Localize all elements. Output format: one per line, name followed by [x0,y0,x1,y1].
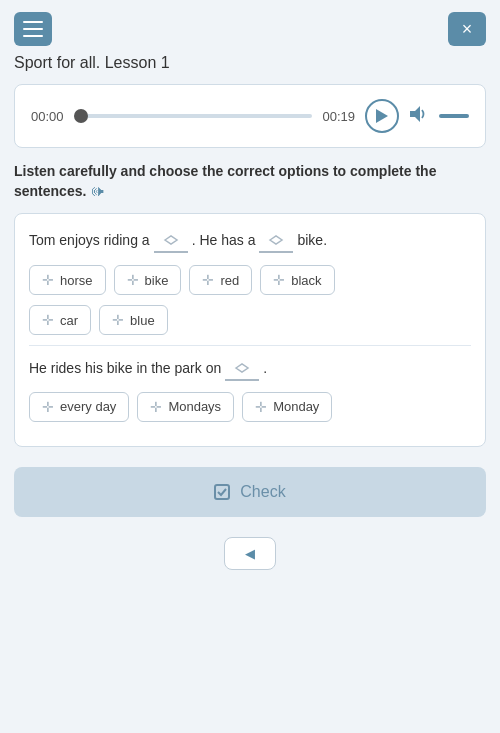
options-row2: ✛ every day ✛ Mondays ✛ Monday [29,392,471,422]
sentence1-part2: . He has a [192,228,256,253]
check-button-label: Check [240,483,285,501]
lesson-title: Sport for all. Lesson 1 [0,54,500,84]
drag-icon-red: ✛ [202,272,214,288]
bottom-nav-label: ◀ [245,546,255,561]
sentence1-row: Tom enjoys riding a . He has a bike. [29,228,471,253]
drag-icon-car: ✛ [42,312,54,328]
option-every-day-label: every day [60,399,116,414]
option-blue[interactable]: ✛ blue [99,305,168,335]
option-horse[interactable]: ✛ horse [29,265,106,295]
close-button[interactable]: × [448,12,486,46]
audio-player: 00:00 00:19 [14,84,486,148]
drag-icon-every-day: ✛ [42,399,54,415]
volume-track[interactable] [439,114,469,118]
option-bike[interactable]: ✛ bike [114,265,182,295]
instruction-speaker-icon[interactable]: 🕪 [90,183,104,199]
drag-icon-horse: ✛ [42,272,54,288]
menu-button[interactable] [14,12,52,46]
option-mondays-label: Mondays [168,399,221,414]
drag-icon-bike: ✛ [127,272,139,288]
option-blue-label: blue [130,313,155,328]
blank2[interactable] [259,229,293,253]
option-every-day[interactable]: ✛ every day [29,392,129,422]
bottom-nav-button[interactable]: ◀ [224,537,276,570]
audio-time-start: 00:00 [31,109,64,124]
menu-line2 [23,28,43,30]
drag-icon-monday: ✛ [255,399,267,415]
option-red-label: red [220,273,239,288]
option-car-label: car [60,313,78,328]
bottom-bar: ◀ [0,537,500,580]
section-divider [29,345,471,346]
menu-line3 [23,35,43,37]
drag-icon-black: ✛ [273,272,285,288]
instruction-text: Listen carefully and choose the correct … [0,162,500,213]
sentence1-part1: Tom enjoys riding a [29,228,150,253]
exercise-box: Tom enjoys riding a . He has a bike. ✛ h… [14,213,486,446]
sentence1-part3: bike. [297,228,327,253]
sentence2-row: He rides his bike in the park on . [29,356,471,381]
option-monday[interactable]: ✛ Monday [242,392,332,422]
option-horse-label: horse [60,273,93,288]
svg-marker-0 [376,109,388,123]
top-bar: × [0,0,500,54]
option-black[interactable]: ✛ black [260,265,334,295]
option-black-label: black [291,273,321,288]
drag-icon-mondays: ✛ [150,399,162,415]
option-monday-label: Monday [273,399,319,414]
blank3[interactable] [225,357,259,381]
options-row1: ✛ horse ✛ bike ✛ red ✛ black [29,265,471,295]
audio-time-end: 00:19 [322,109,355,124]
check-button[interactable]: Check [14,467,486,517]
option-car[interactable]: ✛ car [29,305,91,335]
option-bike-label: bike [145,273,169,288]
play-button[interactable] [365,99,399,133]
menu-line1 [23,21,43,23]
blank1[interactable] [154,229,188,253]
svg-marker-1 [410,106,420,122]
drag-icon-blue: ✛ [112,312,124,328]
svg-rect-2 [215,485,229,499]
option-mondays[interactable]: ✛ Mondays [137,392,234,422]
volume-icon[interactable] [409,105,429,128]
options-row1b: ✛ car ✛ blue [29,305,471,335]
sentence2-part2: . [263,356,267,381]
sentence2-part1: He rides his bike in the park on [29,356,221,381]
audio-thumb [74,109,88,123]
option-red[interactable]: ✛ red [189,265,252,295]
audio-track[interactable] [74,114,313,118]
